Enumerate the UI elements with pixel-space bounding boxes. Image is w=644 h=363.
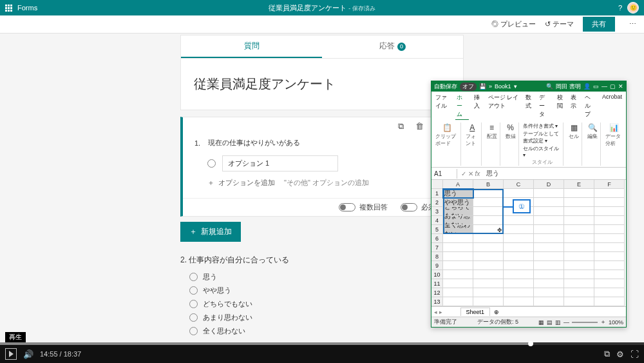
preview-button[interactable]: ◎ プレビュー — [491, 19, 536, 29]
group-cells[interactable]: ▦セル — [566, 123, 582, 166]
app-name[interactable]: Forms — [17, 4, 37, 12]
add-new-button[interactable]: ＋ 新規追加 — [180, 222, 241, 242]
tab-formula[interactable]: 数式 — [524, 93, 535, 120]
video-player: 🔊 14:55 / 18:37 ⧉ ⚙ ⛶ — [0, 342, 644, 363]
group-edit[interactable]: 🔍編集 — [585, 123, 601, 166]
name-box[interactable]: A1 — [431, 169, 457, 179]
list-item: あまり思わない — [189, 313, 464, 322]
sheet-tabs[interactable]: ◂ ▸ Sheet1 ⊕ — [431, 306, 626, 317]
view-break-icon[interactable]: ▥ — [555, 319, 561, 326]
volume-icon[interactable]: 🔊 — [23, 349, 33, 359]
delete-icon[interactable]: 🗑 — [415, 121, 424, 132]
save-status: - 保存済み — [348, 5, 375, 12]
time-display: 14:55 / 18:37 — [40, 350, 81, 358]
tab-acrobat[interactable]: Acrobat — [601, 93, 623, 120]
group-font[interactable]: Aフォント — [464, 123, 482, 166]
excel-user: 岡田 書明 — [556, 83, 581, 91]
question-card-2[interactable]: 2. 仕事内容が自分に合っている 思う やや思う どちらでもない あまり思わない… — [180, 255, 464, 336]
waffle-icon[interactable] — [5, 5, 12, 12]
cell-A4[interactable]: あまり思わない — [443, 216, 473, 225]
tab-review[interactable]: 校閲 — [556, 93, 566, 120]
formula-bar[interactable]: A1 ✓ ✕ fx 思う — [431, 168, 626, 180]
radio-icon — [189, 300, 198, 308]
cell-A2[interactable]: やや思う — [443, 198, 473, 207]
cell-A5[interactable]: 全く思わない — [443, 225, 473, 234]
group-clipboard[interactable]: 📋クリップボード — [433, 123, 461, 166]
form-panel: 質問 応答0 従業員満足度アンケート ⧉ 🗑 ↑ ↓ 1. 現在の仕事はやりがい… — [180, 35, 464, 342]
view-normal-icon[interactable]: ▦ — [538, 319, 544, 326]
form-title[interactable]: 従業員満足度アンケート — [180, 58, 464, 110]
excel-window[interactable]: 自動保存 オフ 💾» Book1▾ 🔍 岡田 書明 👤 ▭ — ▢ ✕ ファイル… — [431, 81, 627, 328]
group-number[interactable]: %数値 — [503, 123, 519, 166]
play-button[interactable] — [5, 348, 17, 360]
share-button[interactable]: 共有 — [583, 17, 615, 32]
view-page-icon[interactable]: ▤ — [547, 319, 553, 326]
excel-titlebar[interactable]: 自動保存 オフ 💾» Book1▾ 🔍 岡田 書明 👤 ▭ — ▢ ✕ — [431, 81, 626, 92]
radio-icon — [189, 313, 198, 322]
radio-icon — [207, 159, 216, 168]
response-badge: 0 — [397, 43, 406, 51]
tab-help[interactable]: ヘルプ — [583, 93, 597, 120]
help-icon[interactable]: ? — [618, 4, 622, 12]
question-card-1[interactable]: ⧉ 🗑 ↑ ↓ 1. 現在の仕事はやりがいがある オプション 1 ＋ オプション… — [180, 117, 464, 217]
add-other-option[interactable]: "その他" オプションの追加 — [284, 178, 369, 188]
cell-A1[interactable]: 思う — [443, 189, 473, 198]
tab-responses[interactable]: 応答0 — [322, 35, 463, 58]
fx-icon[interactable]: ✓ ✕ fx — [457, 169, 484, 179]
ribbon: 📋クリップボード Aフォント ≡配置 %数値 条件付き書式 ▾ テーブルとして書… — [431, 121, 626, 168]
minimize-icon[interactable]: — — [601, 83, 607, 90]
excel-statusbar: 準備完了 データの個数: 5 ▦ ▤ ▥ —＋ 100% — [431, 317, 626, 327]
option-row: オプション 1 — [207, 155, 451, 172]
add-sheet-icon[interactable]: ⊕ — [490, 309, 503, 315]
ribbon-mode-icon[interactable]: ▭ — [593, 83, 599, 90]
required-toggle[interactable] — [401, 203, 417, 211]
list-item: やや思う — [189, 286, 464, 295]
avatar[interactable]: 🙂 — [627, 2, 639, 14]
tab-layout[interactable]: ページ レイアウト — [487, 93, 520, 120]
app-header: Forms 従業員満足度アンケート - 保存済み ? 🙂 — [0, 0, 644, 15]
list-item: 全く思わない — [189, 326, 464, 336]
option-input[interactable]: オプション 1 — [222, 155, 338, 172]
command-bar: ◎ プレビュー ↺ テーマ 共有 ⋯ — [0, 15, 644, 34]
zoom-level[interactable]: 100% — [609, 319, 623, 326]
form-tabs: 質問 応答0 — [180, 35, 464, 58]
callout-1: ① — [513, 199, 531, 213]
doc-title[interactable]: 従業員満足度アンケート — [269, 4, 346, 12]
theme-button[interactable]: ↺ テーマ — [545, 19, 574, 29]
list-item: どちらでもない — [189, 299, 464, 309]
fullscreen-icon[interactable]: ⛶ — [630, 349, 639, 359]
group-analysis[interactable]: 📊データ分析 — [603, 123, 624, 166]
plus-icon[interactable]: ＋ — [207, 178, 214, 188]
excel-avatar[interactable]: 👤 — [583, 83, 591, 90]
cc-icon[interactable]: ⧉ — [604, 349, 610, 359]
autosave-toggle[interactable]: オフ — [460, 83, 477, 91]
close-icon[interactable]: ✕ — [618, 83, 623, 90]
question-text[interactable]: 現在の仕事はやりがいがある — [208, 138, 300, 148]
add-option-button[interactable]: オプションを追加 — [218, 178, 275, 188]
scrub-bar[interactable] — [0, 342, 644, 345]
tab-home[interactable]: ホーム — [455, 93, 469, 120]
group-styles[interactable]: 条件付き書式 ▾ テーブルとして書式設定 ▾ セルのスタイル ▾ スタイル — [522, 123, 564, 166]
radio-icon — [189, 327, 198, 335]
radio-icon — [189, 286, 198, 295]
tab-view[interactable]: 表示 — [569, 93, 580, 120]
ribbon-tabs: ファイル ホーム 挿入 ページ レイアウト 数式 データ 校閲 表示 ヘルプ A… — [431, 92, 626, 121]
play-label: 再生 — [5, 332, 26, 342]
question-number: 1. — [194, 139, 200, 147]
cell-A3[interactable]: どちらでもない — [443, 207, 473, 216]
workbook-name: Book1 — [495, 83, 511, 90]
list-item: 思う — [189, 272, 464, 282]
more-icon[interactable]: ⋯ — [624, 20, 641, 28]
settings-icon[interactable]: ⚙ — [616, 349, 624, 359]
copy-icon[interactable]: ⧉ — [398, 121, 404, 132]
multi-toggle[interactable] — [339, 203, 355, 211]
formula-value[interactable]: 思う — [484, 168, 502, 179]
tab-data[interactable]: データ — [538, 93, 551, 120]
tab-insert[interactable]: 挿入 — [473, 93, 483, 120]
tab-questions[interactable]: 質問 — [181, 35, 322, 58]
maximize-icon[interactable]: ▢ — [610, 83, 616, 90]
tab-file[interactable]: ファイル — [434, 93, 451, 120]
sheet-tab[interactable]: Sheet1 — [460, 308, 491, 316]
callout-line — [504, 206, 513, 208]
group-align[interactable]: ≡配置 — [484, 123, 500, 166]
